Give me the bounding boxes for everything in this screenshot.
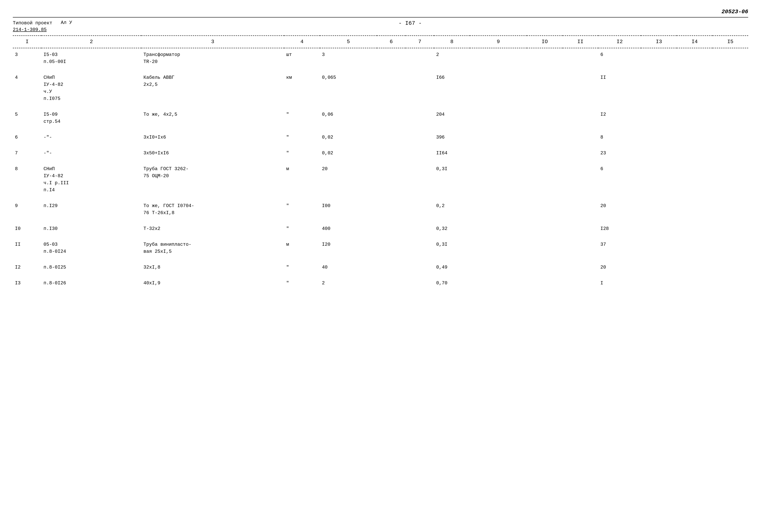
cell-col11 [563, 200, 598, 220]
cell-desc: 3хI0+Iх6 [141, 131, 284, 144]
col-header-6: 6 [377, 36, 405, 48]
cell-col13 [641, 131, 677, 144]
cell-num: I3 [13, 277, 41, 290]
doc-number: 20523-06 [13, 9, 748, 15]
spacer-row [13, 160, 748, 162]
cell-col15 [713, 147, 748, 160]
cell-col10 [527, 162, 562, 197]
spacer-row [13, 290, 748, 292]
col-header-12: I2 [598, 36, 641, 48]
column-header-row: I 2 3 4 5 6 7 8 9 IO II I2 I3 I4 I5 [13, 36, 748, 48]
cell-col15 [713, 222, 748, 235]
cell-desc: То же, ГОСТ I0704-76 Т-26хI,8 [141, 200, 284, 220]
cell-col13 [641, 108, 677, 128]
col-header-9: 9 [470, 36, 527, 48]
cell-col8: 0,49 [434, 261, 470, 274]
cell-col14 [677, 48, 712, 69]
cell-col11 [563, 108, 598, 128]
cell-ref: I5-03п.05-00I [41, 48, 141, 69]
cell-col6 [377, 277, 405, 290]
cell-col7 [405, 222, 434, 235]
cell-col15 [713, 108, 748, 128]
cell-col10 [527, 222, 562, 235]
cell-col14 [677, 222, 712, 235]
cell-col15 [713, 200, 748, 220]
cell-col14 [677, 238, 712, 258]
cell-col10 [527, 131, 562, 144]
cell-col13 [641, 261, 677, 274]
cell-col7 [405, 162, 434, 197]
table-row: 8СНиПIУ-4-82ч.I р.IIIп.I4Труба ГОСТ 3262… [13, 162, 748, 197]
cell-col7 [405, 277, 434, 290]
table-row: I0п.I30Т-32х2"4000,32I28 [13, 222, 748, 235]
cell-unit: км [284, 71, 320, 105]
cell-ref: п.I30 [41, 222, 141, 235]
cell-ref: п.8-0I25 [41, 261, 141, 274]
cell-unit: шт [284, 48, 320, 69]
cell-col12: 6 [598, 162, 641, 197]
spacer-row [13, 219, 748, 222]
col-header-11: II [563, 36, 598, 48]
cell-desc: Труба винипласто-вая 25хI,5 [141, 238, 284, 258]
cell-col10 [527, 200, 562, 220]
cell-col8: II64 [434, 147, 470, 160]
cell-col13 [641, 147, 677, 160]
col-header-4: 4 [284, 36, 320, 48]
cell-desc: То же, 4х2,5 [141, 108, 284, 128]
cell-col12: 8 [598, 131, 641, 144]
cell-col13 [641, 277, 677, 290]
cell-col15 [713, 238, 748, 258]
table-row: I3п.8-0I2640хI,9"20,70I [13, 277, 748, 290]
cell-num: 3 [13, 48, 41, 69]
spacer-row [13, 274, 748, 277]
cell-col11 [563, 71, 598, 105]
cell-col14 [677, 277, 712, 290]
table-row: 9п.I29То же, ГОСТ I0704-76 Т-26хI,8"I000… [13, 200, 748, 220]
cell-col12: 20 [598, 200, 641, 220]
cell-col15 [713, 71, 748, 105]
cell-col12: 23 [598, 147, 641, 160]
cell-ref: -"- [41, 131, 141, 144]
cell-col7 [405, 48, 434, 69]
cell-col12: 37 [598, 238, 641, 258]
cell-col6 [377, 48, 405, 69]
col-header-1: I [13, 36, 41, 48]
cell-num: 5 [13, 108, 41, 128]
col-header-10: IO [527, 36, 562, 48]
table-row: 5I5-09стр.54То же, 4х2,5"0,06204I2 [13, 108, 748, 128]
cell-col6 [377, 71, 405, 105]
cell-col15 [713, 162, 748, 197]
cell-col15 [713, 277, 748, 290]
cell-unit: " [284, 131, 320, 144]
table-row: 6-"-3хI0+Iх6"0,023968 [13, 131, 748, 144]
cell-col9 [470, 71, 527, 105]
cell-col10 [527, 238, 562, 258]
cell-col13 [641, 71, 677, 105]
cell-col7 [405, 200, 434, 220]
cell-num: I2 [13, 261, 41, 274]
cell-col11 [563, 131, 598, 144]
cell-col5: 40 [320, 261, 377, 274]
cell-col8: 0,3I [434, 162, 470, 197]
col-header-5: 5 [320, 36, 377, 48]
cell-col9 [470, 238, 527, 258]
cell-desc: ТрансформаторТR-20 [141, 48, 284, 69]
spacer-row [13, 128, 748, 131]
cell-col9 [470, 147, 527, 160]
spacer-row [13, 197, 748, 200]
cell-col9 [470, 200, 527, 220]
cell-ref: СНиПIУ-4-82ч.Уп.I075 [41, 71, 141, 105]
spacer-row [13, 144, 748, 147]
cell-col7 [405, 261, 434, 274]
cell-unit: " [284, 147, 320, 160]
cell-col14 [677, 108, 712, 128]
cell-col13 [641, 238, 677, 258]
cell-col6 [377, 261, 405, 274]
cell-col12: I28 [598, 222, 641, 235]
cell-desc: Кабель АВВГ2х2,5 [141, 71, 284, 105]
cell-col14 [677, 162, 712, 197]
cell-col5: 0,02 [320, 147, 377, 160]
cell-col13 [641, 222, 677, 235]
cell-col5: 0,06 [320, 108, 377, 128]
cell-unit: м [284, 238, 320, 258]
